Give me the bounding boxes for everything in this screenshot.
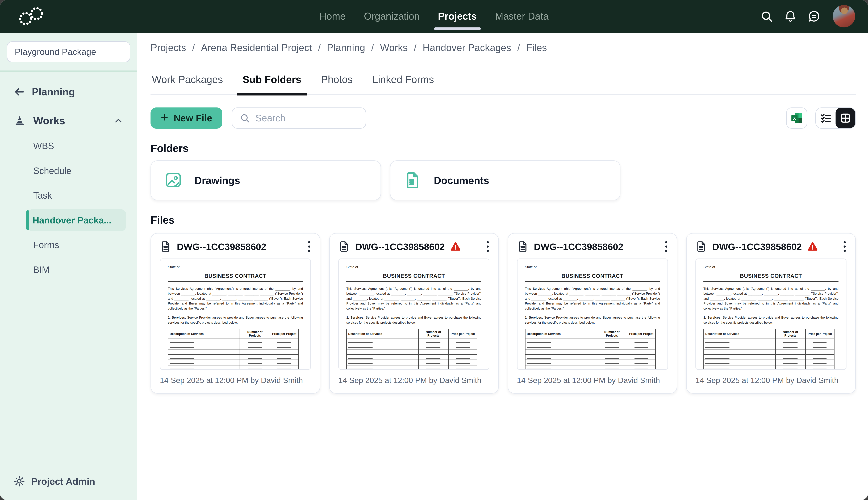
breadcrumb-works[interactable]: Works: [380, 42, 423, 53]
sidebar-item-forms[interactable]: Forms: [28, 234, 126, 256]
sidebar-project-admin[interactable]: Project Admin: [0, 476, 137, 500]
nav-item-master-data[interactable]: Master Data: [495, 0, 549, 33]
sidebar: Playground Package Planning Works: [0, 33, 140, 500]
warning-icon: [450, 241, 461, 252]
file-card-header: DWG--1CC39858602: [695, 241, 846, 252]
contract-document: State of ________ BUSINESS CONTRACT This…: [704, 265, 838, 370]
chevron-up-icon[interactable]: [113, 116, 124, 126]
breadcrumb-projects[interactable]: Projects: [150, 42, 201, 53]
doc-title: BUSINESS CONTRACT: [704, 273, 838, 279]
contract-document: State of ________ BUSINESS CONTRACT This…: [525, 265, 660, 370]
doc-state-line: State of ________: [704, 265, 838, 269]
doc-services: 1. Services. Service Provider agrees to …: [525, 315, 660, 325]
folder-card-drawings[interactable]: Drawings: [150, 160, 381, 200]
file-preview: State of ________ BUSINESS CONTRACT This…: [695, 259, 846, 370]
tab-photos[interactable]: Photos: [320, 73, 354, 94]
file-card[interactable]: DWG--1CC39858602 State of ________ BUSIN…: [150, 233, 320, 394]
export-excel-button[interactable]: X: [786, 107, 807, 128]
breadcrumb-planning[interactable]: Planning: [327, 42, 380, 53]
file-icon: [160, 241, 171, 252]
file-card-header: DWG--1CC39858602: [338, 241, 489, 252]
breadcrumb-files[interactable]: Files: [526, 42, 547, 53]
file-preview: State of ________ BUSINESS CONTRACT This…: [160, 259, 311, 370]
doc-intro: This Services Agreement (this “Agreement…: [346, 286, 481, 311]
grid-view-button[interactable]: [835, 108, 855, 128]
sidebar-item-schedule[interactable]: Schedule: [28, 160, 126, 182]
view-toggle: [815, 107, 856, 128]
file-title: DWG--1CC39858602: [712, 241, 802, 252]
package-selector[interactable]: Playground Package: [7, 41, 130, 62]
new-file-button[interactable]: + New File: [150, 107, 222, 128]
tab-sub-folders[interactable]: Sub Folders: [241, 73, 303, 94]
kebab-menu-icon[interactable]: [486, 241, 490, 252]
nav-item-organization[interactable]: Organization: [364, 0, 420, 33]
sidebar-group-label: Works: [33, 115, 65, 127]
doc-rule: [168, 281, 303, 282]
app-window: Home Organization Projects Master Data: [0, 0, 868, 500]
file-meta: 14 Sep 2025 at 12:00 PM by David Smith: [695, 376, 846, 385]
package-selector-value: Playground Package: [15, 47, 96, 57]
file-icon: [695, 241, 707, 252]
excel-icon: X: [790, 111, 803, 125]
file-card[interactable]: DWG--1CC39858602 State of ________: [329, 233, 499, 394]
sidebar-project-admin-label: Project Admin: [31, 476, 95, 487]
search-icon[interactable]: [760, 10, 773, 23]
file-title: DWG--1CC39858602: [534, 241, 623, 252]
checklist-icon: [820, 112, 832, 124]
search-box[interactable]: [232, 107, 366, 128]
sidebar-item-bim[interactable]: BIM: [28, 259, 126, 281]
company-logo[interactable]: [17, 6, 46, 26]
doc-services: 1. Services. Service Provider agrees to …: [704, 315, 838, 325]
chat-icon[interactable]: [808, 10, 820, 23]
sidebar-back-label: Planning: [32, 86, 75, 98]
doc-services: 1. Services. Service Provider agrees to …: [346, 315, 481, 325]
tab-linked-forms[interactable]: Linked Forms: [371, 73, 435, 94]
sidebar-item-handover-packages[interactable]: Handover Packa...: [27, 209, 126, 231]
search-input[interactable]: [255, 113, 358, 124]
folder-card-documents[interactable]: Documents: [390, 160, 620, 200]
kebab-menu-icon[interactable]: [843, 241, 846, 252]
traffic-cone-icon: [13, 115, 26, 127]
breadcrumb-handover-packages[interactable]: Handover Packages: [423, 42, 526, 53]
doc-state-line: State of ________: [168, 265, 303, 269]
kebab-menu-icon[interactable]: [664, 241, 668, 252]
doc-services-table: Description of Services Number of Projec…: [525, 329, 656, 370]
list-view-button[interactable]: [816, 108, 835, 128]
file-meta: 14 Sep 2025 at 12:00 PM by David Smith: [517, 376, 668, 385]
search-icon: [240, 113, 250, 123]
folder-label: Drawings: [194, 175, 240, 186]
kebab-menu-icon[interactable]: [307, 241, 311, 252]
gear-icon: [13, 476, 25, 487]
topbar: Home Organization Projects Master Data: [0, 0, 868, 33]
doc-services-table: Description of Services Number of Projec…: [346, 329, 477, 370]
file-card[interactable]: DWG--1CC39858602 State of ________ BUSIN…: [507, 233, 677, 394]
user-avatar[interactable]: [833, 5, 855, 27]
primary-nav: Home Organization Projects Master Data: [319, 0, 549, 33]
folders-row: Drawings Documents: [150, 160, 856, 200]
toolbar-right: X: [786, 107, 856, 128]
file-card-header: DWG--1CC39858602: [160, 241, 311, 252]
file-card-header: DWG--1CC39858602: [517, 241, 668, 252]
sidebar-divider: [0, 70, 137, 72]
grid-icon: [840, 112, 852, 124]
tab-work-packages[interactable]: Work Packages: [150, 73, 224, 94]
contract-document: State of ________ BUSINESS CONTRACT This…: [168, 265, 303, 370]
main-content: Projects Arena Residential Project Plann…: [140, 33, 868, 500]
nav-item-projects[interactable]: Projects: [438, 0, 477, 33]
folders-heading: Folders: [150, 142, 856, 154]
doc-state-line: State of ________: [525, 265, 660, 269]
sidebar-back-planning[interactable]: Planning: [0, 86, 137, 98]
sidebar-group-works[interactable]: Works: [0, 115, 137, 127]
warning-icon: [807, 241, 818, 252]
breadcrumb-arena-residential-project[interactable]: Arena Residential Project: [201, 42, 327, 53]
sidebar-item-wbs[interactable]: WBS: [28, 135, 126, 157]
bell-icon[interactable]: [784, 10, 797, 23]
contract-document: State of ________ BUSINESS CONTRACT This…: [346, 265, 481, 370]
folder-label: Documents: [434, 175, 489, 186]
nav-item-home[interactable]: Home: [319, 0, 346, 33]
sidebar-item-task[interactable]: Task: [28, 184, 126, 206]
doc-state-line: State of ________: [346, 265, 481, 269]
arrow-left-icon: [13, 86, 25, 98]
file-icon: [517, 241, 528, 252]
file-card[interactable]: DWG--1CC39858602 State of ________: [686, 233, 856, 394]
